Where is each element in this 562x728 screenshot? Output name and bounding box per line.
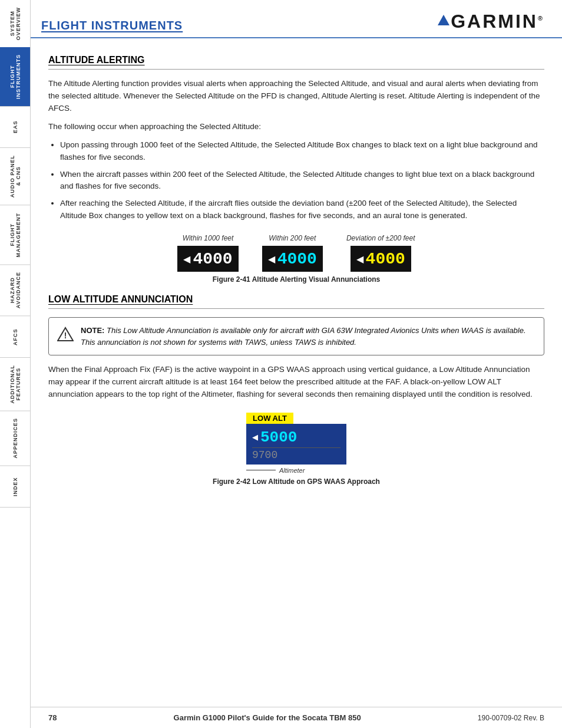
note-box: ! NOTE: This Low Altitude Annunciation i… (48, 317, 544, 355)
alt-number-200: 4000 (277, 250, 317, 268)
sidebar-item-hazard-avoidance[interactable]: HAZARDAVOIDANCE (0, 265, 30, 316)
page-header: FLIGHT INSTRUMENTS GARMIN® (0, 0, 562, 38)
garmin-triangle-icon (438, 15, 449, 25)
bullet-deviation: After reaching the Selected Altitude, if… (60, 197, 544, 222)
sidebar-item-index[interactable]: INDEX (0, 466, 30, 508)
low-alt-arrow-icon: ◀ (252, 433, 258, 442)
svg-text:!: ! (64, 331, 67, 340)
garmin-logo-text: GARMIN® (451, 11, 544, 32)
alt-box-deviation: ◀ 4000 (351, 246, 411, 272)
alt-display-200: Within 200 feet ◀ 4000 (262, 234, 323, 272)
low-alt-badge: LOW ALT (246, 413, 293, 424)
low-alt-main-row: ◀ 5000 (252, 427, 340, 447)
figure-2-42-caption: Figure 2-42 Low Altitude on GPS WAAS App… (48, 477, 544, 486)
altitude-alerting-para2: The following occur when approaching the… (48, 121, 544, 133)
altitude-displays: Within 1000 feet ◀ 4000 Within 200 feet … (48, 234, 544, 272)
sidebar-item-afcs[interactable]: AFCS (0, 317, 30, 358)
altimeter-label-row: Altimeter (246, 467, 305, 474)
low-altitude-divider (48, 308, 544, 309)
garmin-logo: GARMIN® (438, 11, 544, 32)
sidebar-item-audio-panel-cns[interactable]: AUDIO PANEL& CNS (0, 148, 30, 205)
alt-arrow-1000: ◀ (183, 253, 190, 265)
altitude-alerting-bullets: Upon passing through 1000 feet of the Se… (60, 139, 544, 223)
alt-display-deviation: Deviation of ±200 feet ◀ 4000 (346, 234, 415, 272)
sidebar-item-flight-instruments[interactable]: FLIGHTINSTRUMENTS (0, 47, 30, 107)
alt-label-1000: Within 1000 feet (183, 234, 234, 242)
low-alt-figure: LOW ALT ◀ 5000 9700 Altimeter (48, 413, 544, 474)
sidebar-item-eas[interactable]: EAS (0, 107, 30, 148)
sidebar: SYSTEMOVERVIEW FLIGHTINSTRUMENTS EAS AUD… (0, 0, 31, 728)
alt-box-1000: ◀ 4000 (177, 246, 238, 272)
alt-arrow-deviation: ◀ (356, 253, 363, 265)
altimeter-label-line (246, 470, 276, 470)
note-label: NOTE: (81, 326, 104, 335)
alt-display-1000: Within 1000 feet ◀ 4000 (177, 234, 238, 272)
altitude-alerting-heading: ALTITUDE ALERTING (48, 55, 544, 65)
bullet-200-feet: When the aircraft passes within 200 feet… (60, 169, 544, 193)
alt-label-200: Within 200 feet (269, 234, 316, 242)
low-altitude-heading: LOW ALTITUDE ANNUNCIATION (48, 294, 544, 305)
page-footer: 78 Garmin G1000 Pilot's Guide for the So… (31, 707, 562, 728)
altimeter-label: Altimeter (279, 467, 305, 474)
low-alt-small-number: 9700 (252, 447, 340, 461)
footer-page-number: 78 (48, 713, 57, 722)
sidebar-item-appendices[interactable]: APPENDICES (0, 411, 30, 466)
note-icon: ! (57, 326, 74, 342)
sidebar-item-additional-features[interactable]: ADDITIONALFEATURES (0, 358, 30, 411)
garmin-reg: ® (538, 15, 544, 22)
low-alt-badge-row: LOW ALT (246, 413, 293, 424)
sidebar-item-flight-management[interactable]: FLIGHTMANAGEMENT (0, 206, 30, 265)
alt-arrow-200: ◀ (268, 253, 275, 265)
sidebar-item-system-overview[interactable]: SYSTEMOVERVIEW (0, 0, 30, 47)
alt-number-deviation: 4000 (366, 250, 405, 268)
low-alt-large-number: 5000 (260, 429, 297, 446)
low-altitude-para1: When the Final Approach Fix (FAF) is the… (48, 364, 544, 401)
altitude-alerting-para1: The Altitude Alerting function provides … (48, 78, 544, 115)
low-alt-altimeter: ◀ 5000 9700 (246, 424, 346, 465)
bullet-1000-feet: Upon passing through 1000 feet of the Se… (60, 139, 544, 164)
figure-2-41-caption: Figure 2-41 Altitude Alerting Visual Ann… (48, 275, 544, 284)
alt-box-200: ◀ 4000 (262, 246, 323, 272)
alt-label-deviation: Deviation of ±200 feet (346, 234, 415, 242)
alt-number-1000: 4000 (193, 250, 232, 268)
page-title: FLIGHT INSTRUMENTS (41, 19, 183, 32)
footer-title: Garmin G1000 Pilot's Guide for the Socat… (174, 713, 361, 722)
altitude-alerting-divider (48, 69, 544, 70)
main-content: ALTITUDE ALERTING The Altitude Alerting … (31, 38, 562, 507)
note-body: This Low Altitude Annunciation is availa… (81, 326, 526, 347)
footer-doc-number: 190-00709-02 Rev. B (478, 714, 544, 722)
note-text: NOTE: This Low Altitude Annunciation is … (81, 325, 535, 348)
low-alt-display-group: LOW ALT ◀ 5000 9700 Altimeter (246, 413, 346, 474)
